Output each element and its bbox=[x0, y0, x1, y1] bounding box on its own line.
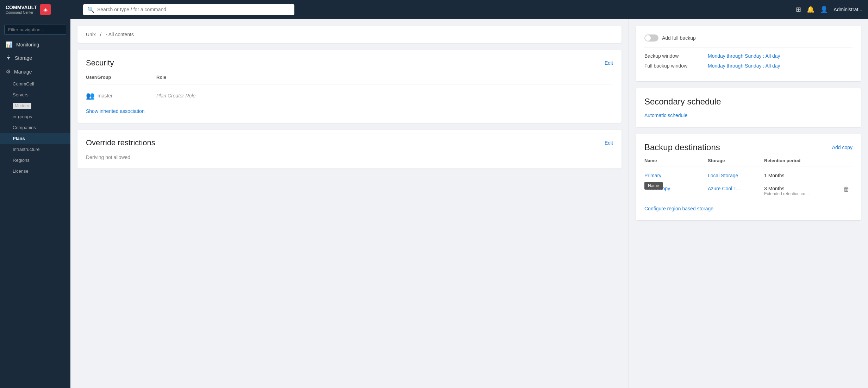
dest-header: Backup destinations Add copy bbox=[644, 142, 853, 152]
backup-window-label: Backup window bbox=[644, 53, 708, 59]
sidebar-filter-input[interactable] bbox=[4, 25, 66, 35]
user-settings-icon[interactable]: 👤 bbox=[820, 6, 828, 13]
sidebar-sub-er-groups[interactable]: er groups bbox=[0, 111, 70, 122]
name-tooltip: Name bbox=[644, 182, 663, 190]
dest-col-retention-header: Retention period bbox=[764, 158, 853, 163]
dest-name-primary[interactable]: Primary bbox=[644, 173, 708, 178]
logo-text: COMMVAULT Command Center bbox=[6, 5, 37, 14]
sidebar-sub-label: License bbox=[13, 168, 29, 174]
unix-separator: / bbox=[100, 32, 101, 37]
role-cell: Plan Creator Role bbox=[156, 93, 613, 98]
right-panel: Add full backup Backup window Monday thr… bbox=[629, 19, 868, 388]
override-title: Override restrictions bbox=[86, 138, 155, 147]
delete-azure-button[interactable]: 🗑 bbox=[841, 186, 853, 193]
logo-icon: ◈ bbox=[40, 4, 51, 15]
sidebar-sub-commcell[interactable]: CommCell bbox=[0, 78, 70, 89]
col-role-header: Role bbox=[156, 75, 613, 80]
unix-row: Unix / - All contents bbox=[77, 26, 622, 43]
search-bar[interactable]: 🔍 bbox=[83, 4, 294, 15]
add-full-backup-label: Add full backup bbox=[662, 35, 696, 41]
main-content: Unix / - All contents Security Edit User… bbox=[70, 19, 868, 388]
dest-storage-azure[interactable]: Azure Cool T... bbox=[708, 186, 764, 191]
sidebar-sub-license[interactable]: License bbox=[0, 166, 70, 177]
sidebar-item-storage[interactable]: 🗄 Storage bbox=[0, 51, 70, 65]
unix-label: Unix bbox=[86, 32, 96, 37]
sidebar-sub-regions[interactable]: Regions bbox=[0, 155, 70, 166]
override-text: Deriving not allowed bbox=[86, 154, 613, 160]
toggle-knob bbox=[645, 35, 651, 41]
show-inherited-link[interactable]: Show inherited association bbox=[86, 108, 145, 114]
admin-label: Administrat... bbox=[833, 7, 862, 12]
backup-window-card: Add full backup Backup window Monday thr… bbox=[636, 26, 861, 81]
full-backup-window-label: Full backup window bbox=[644, 63, 708, 69]
left-panel: Unix / - All contents Security Edit User… bbox=[70, 19, 629, 388]
override-card-header: Override restrictions Edit bbox=[86, 138, 613, 147]
search-icon: 🔍 bbox=[87, 6, 94, 13]
retention-value: 3 Months bbox=[764, 186, 841, 191]
search-input[interactable] bbox=[97, 7, 290, 12]
monitoring-icon: 📊 bbox=[6, 41, 13, 48]
full-backup-window-row: Full backup window Monday through Sunday… bbox=[644, 63, 853, 69]
sidebar-item-label: Manage bbox=[14, 69, 32, 75]
retention-sub: Extended retention co... bbox=[764, 191, 841, 196]
dest-title: Backup destinations bbox=[644, 142, 720, 152]
dest-row-azure: Azure Copy Azure Cool T... 3 Months Exte… bbox=[644, 182, 853, 200]
dest-storage-primary[interactable]: Local Storage bbox=[708, 173, 764, 178]
backup-destinations-card: Backup destinations Add copy Name Storag… bbox=[636, 134, 861, 220]
bell-icon[interactable]: 🔔 bbox=[807, 6, 814, 13]
topbar-right: ⊞ 🔔 👤 Administrat... bbox=[796, 6, 862, 13]
col-user-header: User/Group bbox=[86, 75, 142, 80]
manage-icon: ⚙ bbox=[6, 68, 11, 75]
security-table-header: User/Group Role bbox=[86, 75, 613, 84]
logo-area: COMMVAULT Command Center ◈ bbox=[6, 4, 76, 15]
backup-window-value[interactable]: Monday through Sunday : All day bbox=[708, 53, 780, 59]
sidebar-sub-companies[interactable]: Companies bbox=[0, 122, 70, 133]
sidebar-sub-plans[interactable]: Plans bbox=[0, 133, 70, 144]
security-card: Security Edit User/Group Role 👥 master P… bbox=[77, 50, 622, 123]
full-backup-window-value[interactable]: Monday through Sunday : All day bbox=[708, 63, 780, 69]
sidebar-sub-modern[interactable]: Modern bbox=[0, 100, 70, 111]
security-edit-link[interactable]: Edit bbox=[605, 60, 613, 66]
add-copy-link[interactable]: Add copy bbox=[832, 145, 853, 150]
dest-table-header: Name Storage Retention period bbox=[644, 158, 853, 166]
secondary-schedule-title: Secondary schedule bbox=[644, 97, 853, 107]
security-card-header: Security Edit bbox=[86, 58, 613, 68]
dest-col-storage-header: Storage bbox=[708, 158, 764, 163]
user-cell: 👥 master bbox=[86, 91, 142, 100]
storage-icon: 🗄 bbox=[6, 55, 11, 61]
user-group-icon: 👥 bbox=[86, 91, 95, 100]
sidebar-sub-label: Modern bbox=[13, 103, 31, 109]
sidebar-sub-label: Companies bbox=[13, 125, 36, 130]
sidebar-sub-label: CommCell bbox=[13, 81, 34, 87]
sidebar-sub-label: er groups bbox=[13, 114, 32, 119]
sidebar-item-monitoring[interactable]: 📊 Monitoring bbox=[0, 38, 70, 51]
sidebar-item-manage[interactable]: ⚙ Manage bbox=[0, 65, 70, 78]
secondary-schedule-card: Secondary schedule Automatic schedule bbox=[636, 88, 861, 127]
topbar: COMMVAULT Command Center ◈ 🔍 ⊞ 🔔 👤 Admin… bbox=[0, 0, 868, 19]
unix-value: - All contents bbox=[106, 32, 134, 37]
dest-col-name-header: Name bbox=[644, 158, 708, 163]
automatic-schedule-link[interactable]: Automatic schedule bbox=[644, 113, 687, 118]
sidebar: 📊 Monitoring 🗄 Storage ⚙ Manage CommCell… bbox=[0, 19, 70, 388]
backup-window-row: Backup window Monday through Sunday : Al… bbox=[644, 53, 853, 59]
override-card: Override restrictions Edit Deriving not … bbox=[77, 130, 622, 168]
sidebar-sub-servers[interactable]: Servers bbox=[0, 89, 70, 100]
user-name: master bbox=[98, 93, 113, 98]
sidebar-item-label: Storage bbox=[15, 55, 32, 61]
sidebar-sub-label: Regions bbox=[13, 158, 30, 163]
dest-row-primary: Primary Name Local Storage 1 Months bbox=[644, 169, 853, 182]
sidebar-sub-label: Servers bbox=[13, 92, 29, 97]
add-full-backup-area: Add full backup bbox=[644, 34, 853, 42]
configure-region-link[interactable]: Configure region based storage bbox=[644, 206, 713, 211]
security-table-row: 👥 master Plan Creator Role bbox=[86, 89, 613, 103]
security-title: Security bbox=[86, 58, 114, 68]
override-edit-link[interactable]: Edit bbox=[605, 140, 613, 146]
retention-value: 1 Months bbox=[764, 173, 853, 178]
dest-retention-azure: 3 Months Extended retention co... bbox=[764, 186, 841, 196]
sidebar-sub-label: Plans bbox=[13, 136, 25, 141]
add-full-backup-toggle[interactable] bbox=[644, 34, 658, 42]
sidebar-sub-label: Infrastructure bbox=[13, 147, 40, 152]
sidebar-sub-infrastructure[interactable]: Infrastructure bbox=[0, 144, 70, 155]
grid-icon[interactable]: ⊞ bbox=[796, 6, 801, 13]
dest-retention-primary: 1 Months bbox=[764, 173, 853, 178]
